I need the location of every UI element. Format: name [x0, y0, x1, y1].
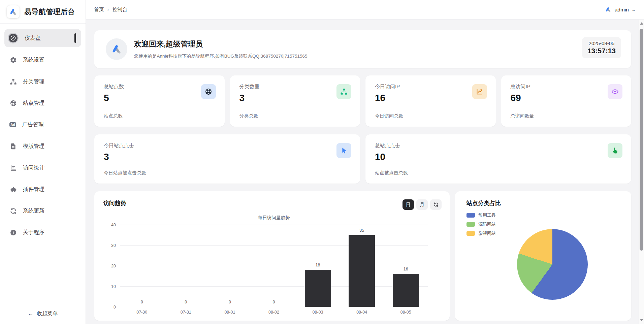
bar-value-label: 0 — [252, 300, 296, 304]
chevron-down-icon: ⌄ — [631, 7, 636, 12]
stat-sublabel: 总访问数量 — [511, 113, 534, 119]
logo-mark-icon — [9, 7, 18, 16]
sidebar-item-system-update[interactable]: 系统更新 — [4, 203, 81, 218]
y-axis-tick: 40 — [102, 223, 116, 227]
welcome-title: 欢迎回来,超级管理员 — [134, 39, 203, 49]
breadcrumb: 首页 › 控制台 — [94, 6, 127, 13]
sitemap-icon — [336, 84, 351, 99]
stat-sublabel: 分类总数 — [239, 113, 258, 119]
category-pie-chart[interactable] — [517, 229, 588, 300]
avatar — [106, 38, 127, 60]
stat-card-cursor: 今日站点点击3今日站点被点击总数 — [94, 134, 360, 184]
sidebar-item-system-settings[interactable]: 系统设置 — [4, 53, 81, 67]
refresh-icon — [433, 202, 439, 207]
stat-card-globe: 总站点数5站点总数 — [94, 75, 225, 127]
collapse-menu-button[interactable]: ← 收起菜单 — [0, 310, 86, 317]
sidebar-item-template-management[interactable]: 模版管理 — [4, 139, 81, 154]
user-avatar-icon — [605, 6, 612, 13]
gridline — [120, 266, 428, 266]
scrollbar-thumb[interactable] — [640, 29, 643, 251]
scrollbar[interactable] — [639, 20, 644, 324]
sidebar-item-label: 广告管理 — [22, 121, 44, 128]
app-title: 易导航管理后台 — [24, 7, 75, 17]
globe-icon — [9, 99, 17, 107]
day-toggle-button[interactable]: 日 — [402, 199, 414, 210]
scroll-up-icon[interactable] — [640, 22, 643, 25]
stat-card-trendline: 今日访问IP16今日访问总数 — [365, 75, 496, 127]
stat-row-1: 总站点数5站点总数分类数量3分类总数今日访问IP16今日访问总数总访问IP69总… — [94, 75, 631, 127]
y-axis-tick: 20 — [102, 264, 116, 268]
x-axis-tick: 08-04 — [340, 310, 384, 315]
sidebar-item-label: 关于程序 — [23, 229, 44, 236]
active-indicator — [74, 33, 76, 43]
breadcrumb-home[interactable]: 首页 — [94, 6, 104, 13]
trendline-icon — [472, 84, 487, 99]
stat-value: 16 — [375, 93, 486, 103]
sidebar-item-label: 仪表盘 — [25, 35, 41, 42]
visit-trend-card: 访问趋势 日 月 每日访问量趋势 01020304007-30007-31008… — [94, 191, 450, 321]
stat-card-sitemap: 分类数量3分类总数 — [230, 75, 360, 127]
bar-value-label: 0 — [164, 300, 208, 304]
cursor-icon — [336, 143, 351, 158]
refresh-icon — [9, 207, 17, 215]
compass-icon — [8, 33, 19, 43]
stat-sublabel: 今日访问总数 — [375, 113, 403, 119]
pie-legend: 常用工具源码网站影视网站 — [466, 212, 496, 236]
legend-item-2[interactable]: 源码网站 — [466, 221, 496, 227]
x-axis-tick: 07-30 — [120, 310, 164, 315]
legend-swatch — [466, 213, 475, 218]
y-axis-tick: 10 — [102, 284, 116, 289]
stat-sublabel: 今日站点被点击总数 — [104, 170, 146, 176]
breadcrumb-separator-icon: › — [107, 7, 109, 12]
category-share-card: 站点分类占比 常用工具源码网站影视网站 — [455, 191, 631, 321]
sitemap-icon — [9, 78, 17, 85]
stat-label: 今日站点点击 — [104, 142, 351, 149]
legend-item-3[interactable]: 影视网站 — [466, 230, 496, 236]
legend-item-1[interactable]: 常用工具 — [466, 212, 496, 218]
sidebar-item-label: 插件管理 — [23, 186, 44, 193]
globe-icon — [201, 84, 216, 99]
gear-icon — [9, 56, 17, 64]
stat-label: 分类数量 — [239, 84, 351, 90]
x-axis-line — [120, 307, 428, 307]
sidebar-item-site-management[interactable]: 站点管理 — [4, 96, 81, 110]
logo-mark-icon — [110, 43, 123, 55]
legend-label: 源码网站 — [478, 221, 496, 227]
stat-label: 今日访问IP — [375, 84, 486, 90]
bar-value-label: 0 — [120, 300, 164, 304]
month-toggle-button[interactable]: 月 — [416, 199, 428, 210]
sidebar-item-label: 分类管理 — [23, 78, 44, 85]
user-name: admin — [615, 7, 629, 13]
stat-value: 3 — [239, 93, 351, 103]
refresh-button[interactable] — [430, 199, 442, 210]
stat-card-hand: 总站点点击10站点被点击总数 — [365, 134, 631, 184]
user-menu[interactable]: admin ⌄ — [605, 6, 635, 13]
sidebar-item-visit-statistics[interactable]: 访问统计 — [4, 160, 81, 175]
stat-value: 3 — [104, 152, 351, 162]
stat-sublabel: 站点被点击总数 — [375, 170, 408, 176]
brand: 易导航管理后台 — [0, 0, 86, 24]
app-logo-icon — [7, 5, 20, 18]
pie-panel-title: 站点分类占比 — [466, 199, 501, 207]
sidebar-item-dashboard[interactable]: 仪表盘 — [4, 29, 81, 47]
breadcrumb-current: 控制台 — [112, 6, 127, 13]
ad-icon: Ad — [9, 122, 16, 127]
bar-08-03 — [305, 270, 331, 307]
legend-label: 常用工具 — [478, 212, 496, 218]
bar-value-label: 18 — [296, 263, 340, 267]
gridline — [120, 225, 428, 225]
eye-icon — [608, 84, 622, 99]
sidebar-item-category-management[interactable]: 分类管理 — [4, 74, 81, 89]
stat-label: 总站点数 — [104, 84, 215, 90]
stat-card-eye: 总访问IP69总访问数量 — [501, 75, 632, 127]
sidebar-item-ad-management[interactable]: Ad广告管理 — [4, 117, 81, 132]
collapse-menu-label: 收起菜单 — [37, 310, 58, 317]
current-date: 2025-08-05 — [587, 40, 616, 46]
stat-value: 5 — [104, 93, 215, 103]
x-axis-tick: 08-02 — [252, 310, 296, 315]
sidebar-item-plugin-management[interactable]: 插件管理 — [4, 182, 81, 197]
sidebar-item-about-program[interactable]: 关于程序 — [4, 225, 81, 240]
template-icon — [9, 142, 17, 150]
scroll-down-icon[interactable] — [640, 319, 643, 321]
bar-value-label: 0 — [208, 300, 252, 304]
